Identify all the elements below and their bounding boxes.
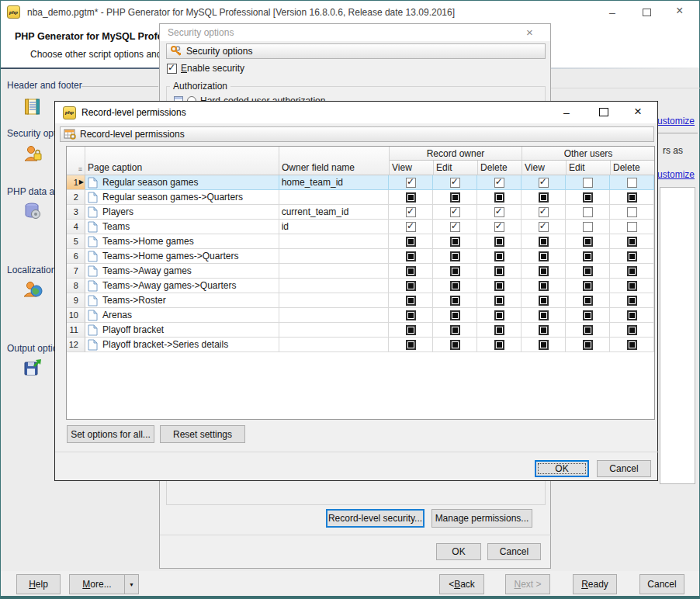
permission-cell[interactable]	[433, 220, 477, 234]
permission-checkbox-checked[interactable]	[539, 222, 549, 232]
permission-cell[interactable]	[477, 234, 522, 249]
permission-checkbox-mixed[interactable]	[494, 192, 504, 203]
table-row[interactable]: 4Teamsid	[67, 220, 654, 234]
permission-checkbox-mixed[interactable]	[627, 281, 637, 291]
security-cancel-button[interactable]: Cancel	[487, 543, 541, 560]
sidebar-item-security[interactable]: Security opt	[7, 128, 56, 139]
permission-checkbox-mixed[interactable]	[627, 310, 637, 320]
permission-checkbox-mixed[interactable]	[583, 192, 593, 203]
customize-link-bottom[interactable]: ustomize	[657, 169, 695, 180]
permission-checkbox-checked[interactable]	[406, 222, 416, 232]
page-caption-cell[interactable]: Teams	[85, 220, 279, 234]
page-caption-cell[interactable]: Regular season games->Quarters	[85, 190, 279, 205]
permission-cell[interactable]	[610, 264, 654, 279]
record-close-icon[interactable]: ×	[634, 104, 642, 119]
column-header-owner-field[interactable]: Owner field name	[279, 147, 390, 175]
table-row[interactable]: 8Teams->Away games->Quarters	[67, 279, 654, 293]
permission-cell[interactable]	[522, 338, 566, 352]
owner-field-cell[interactable]	[279, 323, 390, 338]
record-ok-button[interactable]: OK	[535, 460, 589, 477]
permission-checkbox-checked[interactable]	[494, 207, 504, 217]
column-header-edit-owner[interactable]: Edit	[434, 161, 478, 175]
page-caption-cell[interactable]: Teams->Away games->Quarters	[85, 279, 279, 293]
permission-cell[interactable]	[477, 293, 522, 308]
permission-checkbox-checked[interactable]	[494, 222, 504, 232]
owner-field-cell[interactable]: current_team_id	[279, 205, 390, 220]
permission-cell[interactable]	[522, 220, 566, 234]
security-dialog-close-icon[interactable]: ×	[526, 26, 533, 39]
permission-checkbox-mixed[interactable]	[494, 310, 504, 320]
more-button[interactable]: More...	[69, 574, 125, 594]
column-header-delete-others[interactable]: Delete	[611, 161, 654, 175]
permission-cell[interactable]	[389, 234, 433, 249]
owner-field-cell[interactable]	[279, 338, 390, 352]
page-caption-cell[interactable]: Teams->Home games->Quarters	[85, 249, 279, 264]
permission-cell[interactable]	[566, 323, 610, 338]
permission-checkbox-unchecked[interactable]	[627, 207, 637, 217]
table-row[interactable]: 2Regular season games->Quarters	[67, 190, 654, 205]
permission-cell[interactable]	[522, 175, 566, 190]
permission-cell[interactable]	[610, 279, 654, 293]
permission-checkbox-checked[interactable]	[494, 178, 504, 188]
permission-checkbox-mixed[interactable]	[494, 237, 504, 247]
table-row[interactable]: 7Teams->Away games	[67, 264, 654, 279]
permission-checkbox-mixed[interactable]	[406, 325, 416, 335]
permission-cell[interactable]	[610, 338, 654, 352]
page-caption-cell[interactable]: Regular season games	[85, 175, 279, 190]
permission-checkbox-mixed[interactable]	[539, 281, 549, 291]
owner-field-cell[interactable]	[279, 293, 390, 308]
permission-cell[interactable]	[389, 205, 433, 220]
enable-security-row[interactable]: Enable security	[167, 63, 244, 74]
permission-checkbox-mixed[interactable]	[627, 266, 637, 276]
permission-checkbox-mixed[interactable]	[539, 310, 549, 320]
record-level-security-button[interactable]: Record-level security...	[326, 509, 425, 528]
permission-cell[interactable]	[433, 279, 477, 293]
permission-checkbox-mixed[interactable]	[406, 281, 416, 291]
table-row[interactable]: 12Playoff bracket->Series details	[67, 338, 654, 352]
record-minimize-icon[interactable]: –	[563, 106, 570, 119]
save-export-icon[interactable]	[23, 358, 43, 380]
permission-checkbox-mixed[interactable]	[539, 192, 549, 203]
column-header-page-caption[interactable]: Page caption	[85, 147, 279, 175]
security-user-lock-icon[interactable]	[23, 144, 43, 166]
permission-cell[interactable]	[477, 190, 522, 205]
page-caption-cell[interactable]: Players	[85, 205, 279, 220]
permission-cell[interactable]	[389, 220, 433, 234]
permission-cell[interactable]	[477, 264, 522, 279]
permission-cell[interactable]	[566, 338, 610, 352]
permission-checkbox-mixed[interactable]	[627, 296, 637, 306]
permission-cell[interactable]	[477, 175, 522, 190]
permission-checkbox-mixed[interactable]	[406, 266, 416, 276]
permission-checkbox-mixed[interactable]	[583, 325, 593, 335]
permission-checkbox-mixed[interactable]	[583, 251, 593, 261]
permission-checkbox-checked[interactable]	[450, 222, 460, 232]
header-footer-icon[interactable]	[23, 97, 43, 119]
permission-checkbox-checked[interactable]	[539, 207, 549, 217]
permission-checkbox-mixed[interactable]	[450, 310, 460, 320]
permission-cell[interactable]	[433, 190, 477, 205]
permission-checkbox-checked[interactable]	[450, 178, 460, 188]
permission-checkbox-mixed[interactable]	[406, 192, 416, 203]
permission-cell[interactable]	[433, 205, 477, 220]
table-row[interactable]: 10Arenas	[67, 308, 654, 323]
table-row[interactable]: 3Playerscurrent_team_id	[67, 205, 654, 220]
permission-cell[interactable]	[477, 323, 522, 338]
permission-cell[interactable]	[522, 249, 566, 264]
permission-checkbox-mixed[interactable]	[406, 296, 416, 306]
permission-cell[interactable]	[389, 264, 433, 279]
permission-checkbox-mixed[interactable]	[450, 296, 460, 306]
owner-field-cell[interactable]: home_team_id	[279, 175, 390, 190]
permission-cell[interactable]	[389, 175, 433, 190]
column-header-view-owner[interactable]: View	[390, 161, 434, 175]
permission-cell[interactable]	[389, 293, 433, 308]
page-caption-cell[interactable]: Playoff bracket->Series details	[85, 338, 279, 352]
permission-cell[interactable]	[610, 308, 654, 323]
permission-cell[interactable]	[566, 220, 610, 234]
permission-cell[interactable]	[610, 190, 654, 205]
page-caption-cell[interactable]: Teams->Roster	[85, 293, 279, 308]
permission-cell[interactable]	[389, 279, 433, 293]
permission-checkbox-mixed[interactable]	[450, 192, 460, 203]
table-row[interactable]: 11Playoff bracket	[67, 323, 654, 338]
security-ok-button[interactable]: OK	[436, 543, 481, 560]
permission-checkbox-mixed[interactable]	[406, 237, 416, 247]
